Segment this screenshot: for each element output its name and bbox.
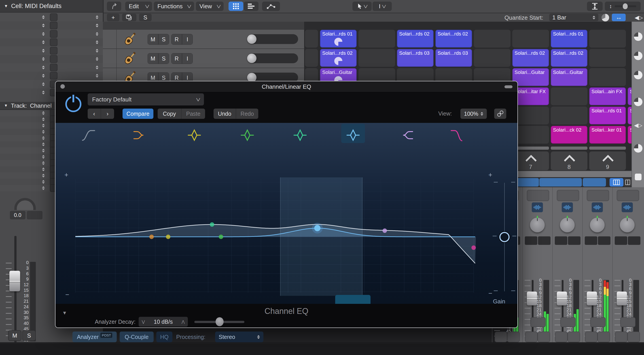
stepper-icon[interactable] [42,111,45,115]
track-gain-value[interactable]: 0.0 [10,211,26,219]
window-minimize-icon[interactable] [504,85,512,88]
grid-cell-empty[interactable] [305,30,318,47]
grid-cell-empty[interactable] [305,49,318,67]
analyzer-post-tag[interactable]: POST [100,333,112,338]
grid-cell[interactable]: Solari...rds 01 [589,107,626,124]
quantize-start-select[interactable]: 1 Bar [549,14,598,21]
stepper-icon[interactable] [42,136,45,140]
eq-band-icon[interactable] [78,127,98,143]
inspector-row[interactable] [0,72,103,80]
scene-pie-icon[interactable] [634,52,642,60]
solo-button[interactable] [598,332,610,342]
undo-button[interactable]: Undo [214,109,236,119]
analyzer-decay-stepper[interactable]: ⋁ 10 dB/s ⋀ [139,317,188,327]
inspector-row[interactable] [0,30,103,38]
panel-arrows-icon[interactable]: ◀▷ [634,122,642,128]
pan-knob[interactable] [560,218,575,232]
stepper-icon[interactable] [42,82,45,86]
channel-name-cell[interactable] [463,344,492,354]
bounce-button[interactable] [620,317,636,327]
grid-cell[interactable]: Solari...rds 02 [435,30,472,47]
checkbox[interactable] [50,13,58,21]
scene-pie-icon[interactable] [634,144,642,153]
bounce-button[interactable] [530,317,546,327]
grid-cell-empty[interactable] [474,30,510,47]
pointer-tool-button[interactable]: ⋁ [352,1,372,11]
hq-button[interactable]: HQ [156,332,172,342]
view-zoom-stepper[interactable]: 100% [460,109,487,119]
inspector-row[interactable] [0,13,103,21]
volume-value[interactable] [615,236,627,245]
record-button[interactable]: R [172,34,182,44]
preset-next-button[interactable]: › [101,109,114,119]
pan-knob[interactable] [530,218,545,232]
grid-cell-empty[interactable] [512,30,549,47]
channel-fader-handle[interactable] [10,271,20,291]
input-monitor-button[interactable]: I [182,34,192,44]
link-button[interactable] [494,109,506,119]
waveform-icon[interactable] [532,202,543,212]
mute-button[interactable]: M [8,330,22,341]
eq-response-curve[interactable] [61,176,517,297]
copy-button[interactable]: Copy [158,109,182,119]
chevron-up-icon[interactable]: ⋀ [182,320,185,324]
columns-view-button[interactable] [610,178,624,187]
edit-menu[interactable]: Edit⋁ [125,1,152,11]
stepper-icon[interactable] [42,124,45,128]
pan-knob[interactable] [590,218,605,232]
grid-cell[interactable]: Solari...ker 01 [589,126,626,144]
inspector-row[interactable] [0,55,103,63]
eq-band-icon[interactable] [290,127,310,143]
channel-name-cell[interactable] [372,344,402,354]
grid-cell[interactable]: Solari...rds 02 [397,30,434,47]
chevron-down-icon[interactable]: ⋁ [142,320,145,324]
preset-prev-button[interactable]: ‹ [88,109,101,119]
channel-name-cell[interactable] [524,344,552,354]
analyzer-decay-slider-thumb[interactable] [216,317,224,326]
waveform-icon[interactable] [622,202,633,212]
cycle-pie-icon[interactable] [602,14,609,21]
pan-knob[interactable] [620,218,634,232]
stepper-icon[interactable] [96,74,98,78]
solo-cells-button[interactable]: S [139,14,152,21]
zoom-slider-thumb[interactable] [623,3,628,9]
checkbox[interactable] [50,22,58,29]
volume-slider-knob[interactable] [247,34,256,44]
eq-band-icon[interactable] [396,127,416,143]
channel-name-cell[interactable] [342,344,372,354]
panel-toggle-icon[interactable]: ◀▷ [634,14,643,21]
scene-row-slot[interactable] [589,147,626,150]
scene-pie-icon[interactable] [634,71,642,79]
duplicate-button[interactable] [122,14,136,21]
mute-button[interactable] [525,332,538,342]
inspector-row[interactable] [0,63,103,72]
processing-select[interactable]: Stereo [215,332,264,342]
grid-cell-empty[interactable] [474,49,510,67]
grid-cell[interactable]: Solari...ain FX [589,87,626,105]
stepper-icon[interactable] [42,74,45,78]
track-value-box[interactable] [27,211,42,219]
automation-read-button[interactable] [527,190,549,201]
channel-name-cell[interactable] [282,344,312,354]
checkbox[interactable] [50,55,58,63]
solo-button[interactable]: S [158,53,169,64]
mute-button[interactable] [495,332,507,342]
analyzer-button[interactable]: AnalyzerPOST [72,332,117,342]
view-menu[interactable]: View⋁ [196,1,224,11]
grid-cell[interactable]: Solari...ck 02 [551,126,588,144]
checkbox[interactable] [50,38,58,46]
automation-read-button[interactable] [587,190,609,201]
grid-cell[interactable]: Solari...rds 01 [320,30,357,47]
grid-cell[interactable]: Solari...rds 03 [435,49,472,67]
cell-inspector-header[interactable]: ▼ Cell: MIDI Defaults [0,0,103,12]
waveform-icon[interactable] [562,202,573,212]
mixer-tab[interactable] [539,178,582,187]
narrow-view-button[interactable] [624,178,632,187]
mute-button[interactable]: M [148,53,158,64]
stepper-icon[interactable] [96,15,98,19]
stepper-icon[interactable] [42,65,45,69]
scene-row-slot[interactable] [551,147,588,150]
grid-view-button[interactable] [228,1,243,11]
eq-band-icon[interactable] [130,127,150,143]
grid-cell[interactable]: Solari...rds 02 [512,49,549,67]
